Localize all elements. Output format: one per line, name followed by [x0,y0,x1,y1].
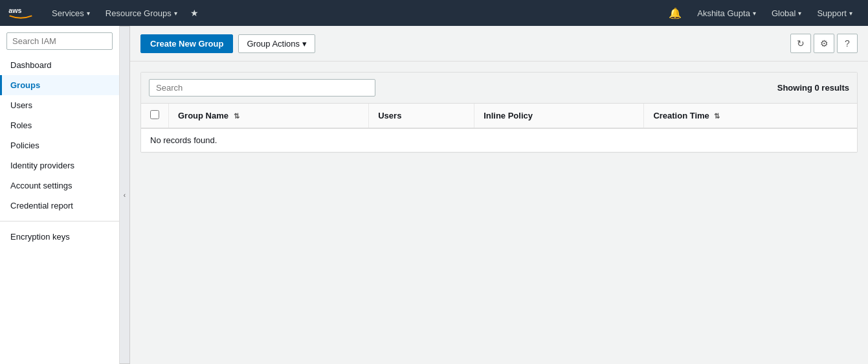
sidebar-nav: Dashboard Groups Users Roles Policies Id… [0,55,119,364]
users-header: Users [369,104,474,128]
help-button[interactable]: ? [837,34,858,53]
sidebar-item-roles[interactable]: Roles [0,115,119,135]
region-menu[interactable]: Global ▾ [764,0,810,26]
refresh-button[interactable]: ↻ [790,34,811,53]
notifications-icon[interactable]: 🔔 [661,7,689,19]
no-records-row: No records found. [141,128,857,152]
sidebar-item-dashboard[interactable]: Dashboard [0,55,119,75]
sidebar-item-account-settings[interactable]: Account settings [0,176,119,196]
services-menu[interactable]: Services ▾ [44,0,98,26]
groups-table: Group Name ⇅ Users Inline Policy Creatio… [141,104,857,152]
user-menu[interactable]: Akshita Gupta ▾ [689,0,764,26]
no-records-message: No records found. [141,128,857,152]
search-iam-input[interactable] [6,32,113,50]
group-name-sort-icon: ⇅ [234,112,239,120]
support-label: Support [817,8,847,18]
group-name-label: Group Name [178,111,228,120]
group-name-header[interactable]: Group Name ⇅ [169,104,369,128]
region-caret-icon: ▾ [798,10,801,17]
region-label: Global [772,8,796,18]
user-label: Akshita Gupta [697,8,750,18]
page-layout: Dashboard Groups Users Roles Policies Id… [0,26,868,364]
users-label: Users [378,111,401,120]
sidebar-item-credential-report[interactable]: Credential report [0,196,119,216]
sidebar-item-groups[interactable]: Groups [0,75,119,95]
creation-time-label: Creation Time [653,111,709,120]
inline-policy-label: Inline Policy [484,111,533,120]
sidebar-collapse-button[interactable]: ‹ [120,26,130,364]
group-actions-label: Group Actions [247,39,300,49]
group-actions-button[interactable]: Group Actions ▾ [238,34,315,53]
action-bar-right: ↻ ⚙ ? [790,34,858,53]
table-search-bar: Showing 0 results [141,73,857,104]
creation-time-header[interactable]: Creation Time ⇅ [644,104,857,128]
showing-results-label: Showing 0 results [777,83,849,93]
aws-logo[interactable]: aws [8,4,34,22]
settings-button[interactable]: ⚙ [814,34,834,53]
table-header-row: Group Name ⇅ Users Inline Policy Creatio… [141,104,857,128]
bookmarks-icon[interactable]: ★ [185,8,204,18]
support-caret-icon: ▾ [849,10,852,17]
sidebar: Dashboard Groups Users Roles Policies Id… [0,26,120,364]
main-content: Create New Group Group Actions ▾ ↻ ⚙ ? S… [130,26,868,364]
sidebar-item-policies[interactable]: Policies [0,135,119,155]
group-actions-caret-icon: ▾ [302,39,307,49]
sidebar-item-users[interactable]: Users [0,95,119,115]
services-caret-icon: ▾ [87,10,90,17]
select-all-checkbox[interactable] [150,110,159,119]
table-body: No records found. [141,128,857,152]
sidebar-divider [0,221,119,222]
select-all-header [141,104,169,128]
sidebar-search-container [0,26,119,55]
resource-groups-menu[interactable]: Resource Groups ▾ [98,0,185,26]
top-navigation: aws Services ▾ Resource Groups ▾ ★ 🔔 Aks… [0,0,868,26]
table-search-input[interactable] [149,79,375,97]
services-label: Services [52,8,84,18]
groups-table-container: Showing 0 results Group Name ⇅ Users [140,72,858,153]
user-caret-icon: ▾ [753,10,756,17]
support-menu[interactable]: Support ▾ [809,0,860,26]
top-nav-right: 🔔 Akshita Gupta ▾ Global ▾ Support ▾ [661,0,860,26]
create-new-group-button[interactable]: Create New Group [140,34,233,53]
inline-policy-header: Inline Policy [474,104,644,128]
sidebar-item-identity-providers[interactable]: Identity providers [0,155,119,176]
action-bar: Create New Group Group Actions ▾ ↻ ⚙ ? [130,26,868,62]
svg-text:aws: aws [8,6,21,14]
resource-groups-label: Resource Groups [106,8,172,18]
sidebar-item-encryption-keys[interactable]: Encryption keys [0,227,119,247]
creation-time-sort-icon: ⇅ [714,112,720,120]
table-header: Group Name ⇅ Users Inline Policy Creatio… [141,104,857,128]
resource-groups-caret-icon: ▾ [174,10,177,17]
